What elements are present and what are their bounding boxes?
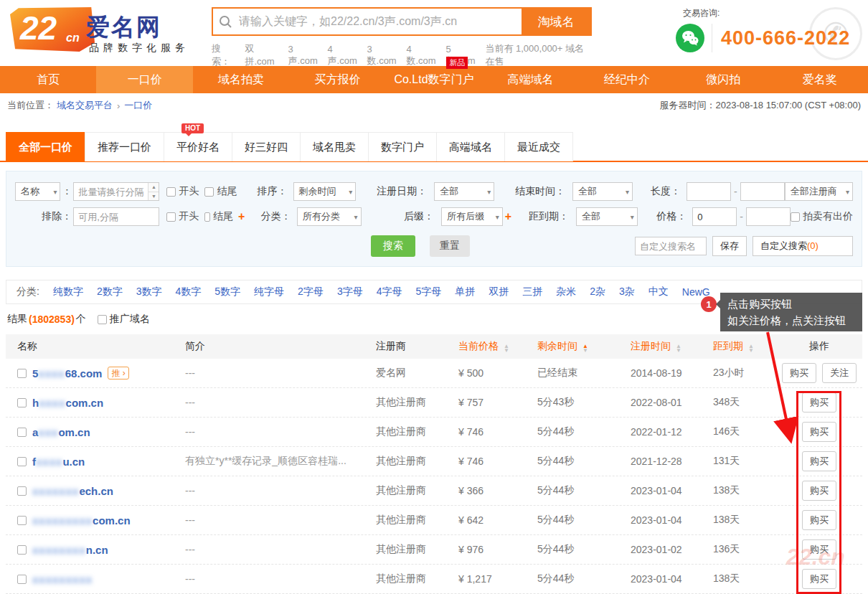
- hot-link[interactable]: 3声.com: [288, 44, 320, 67]
- tab-three-four[interactable]: 好三好四: [232, 132, 301, 161]
- endtime-select[interactable]: 全部▾: [572, 182, 633, 201]
- sort-select[interactable]: 剩余时间▾: [293, 182, 357, 201]
- buy-button[interactable]: 购买: [802, 510, 836, 530]
- cat-pure-letter[interactable]: 纯字母: [254, 286, 284, 298]
- tab-digital-portal[interactable]: 数字门户: [368, 132, 437, 161]
- row-checkbox[interactable]: [17, 457, 27, 466]
- buy-button[interactable]: 购买: [802, 481, 836, 501]
- wechat-icon[interactable]: [676, 24, 704, 52]
- cat-mixed[interactable]: 杂米: [556, 286, 576, 298]
- hot-link[interactable]: 4声.com: [328, 44, 359, 67]
- search-domain-button[interactable]: 淘域名: [522, 9, 590, 34]
- col-price-sort[interactable]: 当前价格 ▲▼: [458, 340, 537, 353]
- cat-triple-pinyin[interactable]: 三拼: [522, 286, 542, 298]
- cat-2letter[interactable]: 2字母: [298, 286, 324, 298]
- domain-link[interactable]: axxxom.cn: [32, 426, 90, 438]
- buy-button[interactable]: 购买: [802, 539, 836, 560]
- site-logo[interactable]: 22 cn 爱名网 品牌数字化服务: [9, 4, 209, 60]
- domain-link[interactable]: fxxxxu.cn: [32, 456, 85, 468]
- buy-button[interactable]: 购买: [802, 392, 836, 412]
- regdate-select[interactable]: 全部▾: [434, 182, 494, 201]
- search-button[interactable]: 搜索: [371, 235, 415, 257]
- col-regdate-sort[interactable]: 注册时间 ▲▼: [631, 340, 713, 353]
- tab-bargain-names[interactable]: 平价好名 HOT: [164, 132, 232, 161]
- row-checkbox[interactable]: [17, 369, 27, 378]
- ends-with-checkbox[interactable]: 结尾: [204, 185, 242, 198]
- exclude-ends-checkbox[interactable]: 结尾+: [204, 210, 245, 223]
- cat-2digit[interactable]: 2数字: [97, 286, 123, 298]
- add-exclude-button[interactable]: +: [238, 210, 245, 223]
- length-min-input[interactable]: [687, 182, 731, 201]
- row-checkbox[interactable]: [17, 428, 27, 437]
- row-checkbox[interactable]: [17, 398, 27, 407]
- cat-pure-digit[interactable]: 纯数字: [53, 286, 83, 298]
- tab-premium[interactable]: 高端域名: [436, 132, 505, 161]
- auction-bid-checkbox[interactable]: 拍卖有出价: [791, 210, 853, 223]
- suffix-select[interactable]: 所有后缀▾: [441, 207, 503, 226]
- search-input[interactable]: [237, 14, 522, 29]
- exclude-starts-checkbox[interactable]: 开头: [166, 210, 199, 223]
- save-button[interactable]: 保存: [712, 236, 747, 256]
- domain-link[interactable]: xxxxxxxxx: [32, 573, 93, 585]
- cat-4digit[interactable]: 4数字: [175, 286, 201, 298]
- hot-link[interactable]: 3数.com: [367, 44, 399, 67]
- nav-item-buyer-offer[interactable]: 买方报价: [289, 66, 385, 93]
- col-remaining-sort[interactable]: 剩余时间 ▲▼: [537, 340, 631, 353]
- nav-item-coltd[interactable]: Co.Ltd数字门户 新品: [386, 66, 482, 93]
- buy-button[interactable]: 购买: [802, 422, 836, 442]
- add-suffix-button[interactable]: +: [505, 210, 511, 223]
- cat-single-pinyin[interactable]: 单拼: [455, 286, 475, 298]
- cat-5letter[interactable]: 5字母: [415, 286, 441, 298]
- batch-keyword-input[interactable]: [73, 182, 159, 201]
- cat-double-pinyin[interactable]: 双拼: [489, 286, 509, 298]
- length-max-input[interactable]: [740, 182, 785, 201]
- price-max-input[interactable]: [746, 207, 791, 226]
- breadcrumb-current[interactable]: 一口价: [124, 99, 152, 112]
- custom-search-name-input[interactable]: [635, 237, 707, 255]
- nav-item-buy-now[interactable]: 一口价: [96, 66, 192, 93]
- domain-link[interactable]: xxxxxxxech.cn: [32, 485, 113, 497]
- row-checkbox[interactable]: [17, 545, 27, 555]
- reset-button[interactable]: 重置: [430, 235, 470, 257]
- nav-item-flash-auction[interactable]: 微闪拍: [675, 66, 771, 93]
- tab-clearance[interactable]: 域名甩卖: [300, 132, 369, 161]
- col-expire-sort[interactable]: 距到期 ▲▼: [713, 340, 776, 353]
- expire-select[interactable]: 全部▾: [576, 207, 638, 226]
- domain-link[interactable]: hxxxxcom.cn: [32, 397, 103, 409]
- tab-recommended[interactable]: 推荐一口价: [85, 132, 164, 161]
- cat-4letter[interactable]: 4字母: [377, 286, 402, 298]
- price-min-input[interactable]: [692, 207, 737, 226]
- row-checkbox[interactable]: [17, 486, 27, 496]
- cat-chinese[interactable]: 中文: [648, 286, 669, 298]
- hot-link[interactable]: 双拼.com: [245, 42, 280, 68]
- cat-3digit[interactable]: 3数字: [136, 286, 162, 298]
- custom-search-list-button[interactable]: 自定义搜索(0): [753, 236, 853, 256]
- row-checkbox[interactable]: [17, 516, 27, 525]
- starts-with-checkbox[interactable]: 开头: [166, 185, 199, 198]
- domain-link[interactable]: xxxxxxxxn.cn: [32, 544, 108, 556]
- hot-link[interactable]: 4数.com: [406, 44, 438, 67]
- registrar-select[interactable]: 全部注册商▾: [785, 182, 853, 201]
- nav-item-home[interactable]: 首页: [0, 66, 96, 93]
- spinner-stepper[interactable]: ▲▼: [148, 183, 159, 200]
- breadcrumb-root-link[interactable]: 域名交易平台: [57, 99, 113, 112]
- nav-item-auction[interactable]: 域名拍卖: [193, 66, 289, 93]
- tab-all-buy-now[interactable]: 全部一口价: [6, 132, 85, 161]
- nav-item-broker[interactable]: 经纪中介: [579, 66, 675, 93]
- cat-3letter[interactable]: 3字母: [337, 286, 363, 298]
- promoted-domains-checkbox[interactable]: 推广域名: [98, 313, 150, 326]
- class-select[interactable]: 所有分类▾: [297, 207, 362, 226]
- buy-button[interactable]: 购买: [802, 569, 836, 589]
- exclude-input[interactable]: [73, 207, 159, 226]
- follow-button[interactable]: 关注: [822, 363, 857, 383]
- domain-link[interactable]: 5xxxx68.com: [32, 367, 102, 380]
- name-field-select[interactable]: 名称▾: [15, 182, 60, 201]
- buy-button[interactable]: 购买: [782, 363, 816, 383]
- tab-recent-deals[interactable]: 最近成交: [504, 132, 573, 161]
- buy-button[interactable]: 购买: [802, 451, 836, 471]
- nav-item-premium[interactable]: 高端域名: [482, 66, 578, 93]
- cat-2mixed[interactable]: 2杂: [590, 286, 605, 298]
- nav-item-award[interactable]: 爱名奖: [772, 66, 868, 93]
- cat-5digit[interactable]: 5数字: [214, 286, 240, 298]
- row-checkbox[interactable]: [17, 575, 27, 584]
